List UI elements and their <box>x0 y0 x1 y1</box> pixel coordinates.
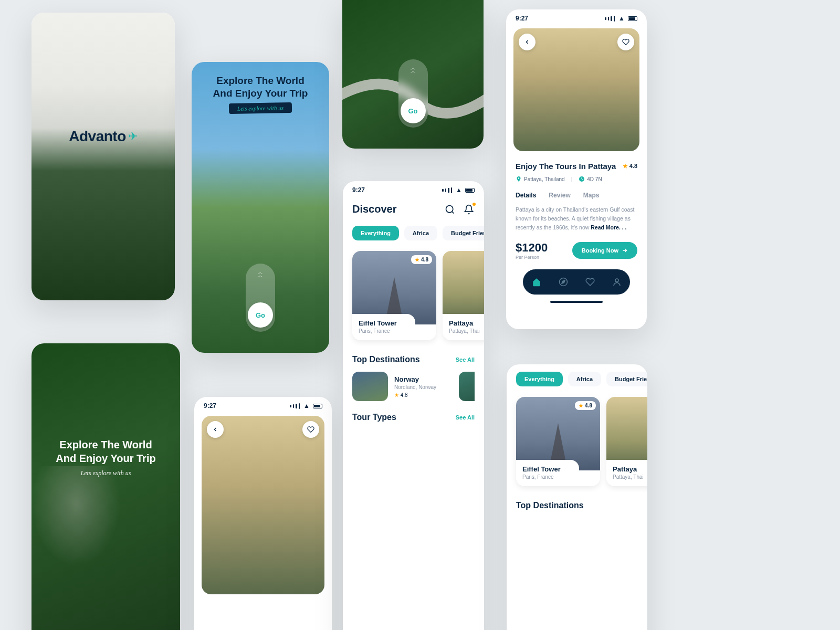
discover-screen-alt: Everything Africa Budget Friendly ★4.8 E… <box>507 364 647 630</box>
plane-icon: ✈ <box>128 130 138 143</box>
clock-icon <box>579 176 585 182</box>
destination-name: Norway <box>394 375 453 383</box>
go-button[interactable]: Go <box>248 302 273 328</box>
onboarding-title: Explore The World And Enjoy Your Trip <box>192 75 329 100</box>
detail-hero-image <box>202 416 324 594</box>
destination-cards[interactable]: ★4.8 Eiffel Tower Paris, France Pattaya … <box>507 391 647 492</box>
chip-everything[interactable]: Everything <box>352 226 399 240</box>
destination-name: Eiffel Tower <box>522 465 573 473</box>
destination-thumb <box>459 372 475 401</box>
detail-title: Enjoy The Tours In Pattaya <box>516 162 616 171</box>
svg-point-4 <box>615 279 618 282</box>
read-more-link[interactable]: Read More. . . <box>591 224 626 230</box>
tab-review[interactable]: Review <box>549 192 570 199</box>
nav-favorites[interactable] <box>585 277 595 287</box>
onboarding-green-screen: Explore The World And Enjoy Your Trip Le… <box>32 343 180 630</box>
price-label: Per Person <box>516 255 548 260</box>
arrow-right-icon <box>622 247 628 254</box>
forest-background: Explore The World And Enjoy Your Trip Le… <box>32 343 180 630</box>
status-time: 9:27 <box>352 186 365 194</box>
discover-title: Discover <box>352 203 397 215</box>
back-button[interactable] <box>519 34 536 50</box>
chevron-up-icon: ︿︿ <box>258 271 263 277</box>
notifications-button[interactable] <box>463 204 475 215</box>
nav-explore[interactable] <box>559 277 568 287</box>
destination-name: Pattaya <box>449 319 484 327</box>
duration-meta: 4D 7N <box>579 176 602 182</box>
notification-dot-icon <box>472 203 476 206</box>
splash-background: Advanto ✈ <box>32 13 175 300</box>
svg-point-0 <box>446 205 453 212</box>
favorite-button[interactable] <box>617 34 634 50</box>
destination-cards[interactable]: ★4.8 Eiffel Tower Paris, France Pattaya … <box>343 245 484 346</box>
go-swipe-control[interactable]: ︿︿ Go <box>398 59 428 128</box>
detail-description: Pattaya is a city on Thailand's eastern … <box>516 205 637 232</box>
destination-thumb <box>352 372 388 401</box>
nav-home[interactable] <box>532 277 541 287</box>
chevron-up-icon: ︿︿ <box>411 67 416 73</box>
brand-logo: Advanto ✈ <box>69 128 138 145</box>
rating-badge: ★4.8 <box>411 255 432 264</box>
onboarding-blue-screen: Explore The World And Enjoy Your Trip Le… <box>192 62 329 353</box>
destination-image <box>606 397 647 470</box>
detail-tabs: Details Review Maps <box>516 192 637 199</box>
brand-name: Advanto <box>69 128 126 145</box>
go-button[interactable]: Go <box>401 98 426 123</box>
destination-location: Nordland, Norway <box>394 384 453 390</box>
status-time: 9:27 <box>516 15 528 22</box>
category-chips: Everything Africa Budget Friendly <box>343 222 484 245</box>
destination-card[interactable]: Pattaya Pattaya, Thai <box>443 251 484 340</box>
destination-rating: ★ 4.8 <box>394 392 453 398</box>
detail-screen: 9:27 ▲ Enjoy The Tours In Pattaya ★ 4.8 … <box>506 9 647 329</box>
chip-everything[interactable]: Everything <box>516 372 563 386</box>
chip-africa[interactable]: Africa <box>568 372 601 386</box>
chip-budget[interactable]: Budget Friendly <box>606 372 647 386</box>
onboarding-road-screen: ︿︿ Go <box>342 0 484 149</box>
destination-location: Paris, France <box>359 328 409 334</box>
tab-details[interactable]: Details <box>516 192 536 199</box>
rating-badge: ★4.8 <box>575 401 596 410</box>
status-icons: ▲ <box>290 402 322 410</box>
see-all-link[interactable]: See All <box>456 356 475 363</box>
see-all-link[interactable]: See All <box>456 414 475 421</box>
nav-profile[interactable] <box>612 277 622 287</box>
search-button[interactable] <box>444 204 456 215</box>
go-swipe-control[interactable]: ︿︿ Go <box>246 264 275 332</box>
destination-card[interactable]: ★4.8 Eiffel Tower Paris, France <box>352 251 436 340</box>
chip-africa[interactable]: Africa <box>404 226 437 240</box>
booking-button[interactable]: Booking Now <box>572 242 637 259</box>
destination-image: ★4.8 <box>516 397 600 470</box>
star-icon: ★ <box>394 392 399 398</box>
category-chips: Everything Africa Budget Friendly <box>507 364 647 391</box>
star-icon: ★ <box>579 403 583 408</box>
destination-card[interactable]: ★4.8 Eiffel Tower Paris, France <box>516 397 600 486</box>
chip-budget[interactable]: Budget Friendly <box>443 226 484 240</box>
destination-name: Eiffel Tower <box>359 319 409 327</box>
onboarding-subtitle: Lets explore with us <box>32 469 180 477</box>
pin-icon <box>516 176 522 182</box>
status-icons: ▲ <box>605 15 637 22</box>
price-value: $1200 <box>516 241 548 255</box>
discover-screen: 9:27 ▲ Discover Everything Africa Budget… <box>343 181 484 630</box>
svg-marker-3 <box>562 280 565 284</box>
onboarding-subtitle-badge: Lets explore with us <box>229 102 292 113</box>
detail-hero-image <box>513 28 639 151</box>
bottom-nav <box>523 269 630 295</box>
back-button[interactable] <box>207 421 224 438</box>
top-destinations-title: Top Destinations <box>516 501 584 510</box>
top-destination-item[interactable]: Norway Nordland, Norway ★ 4.8 <box>343 369 484 404</box>
destination-image <box>443 251 484 324</box>
destination-card[interactable]: Pattaya Pattaya, Thai <box>606 397 647 486</box>
onboarding-title: Explore The World And Enjoy Your Trip <box>32 438 180 465</box>
aerial-road-background: ︿︿ Go <box>342 0 484 149</box>
favorite-button[interactable] <box>302 421 319 438</box>
star-icon: ★ <box>623 163 628 169</box>
destination-location: Paris, France <box>522 474 573 480</box>
status-bar: 9:27 ▲ <box>343 181 484 197</box>
tab-maps[interactable]: Maps <box>583 192 600 199</box>
destination-name: Pattaya <box>613 465 647 473</box>
location-meta: Pattaya, Thailand <box>516 176 565 182</box>
status-icons: ▲ <box>442 186 475 194</box>
destination-location: Pattaya, Thai <box>449 328 484 334</box>
splash-screen: Advanto ✈ <box>32 13 175 300</box>
